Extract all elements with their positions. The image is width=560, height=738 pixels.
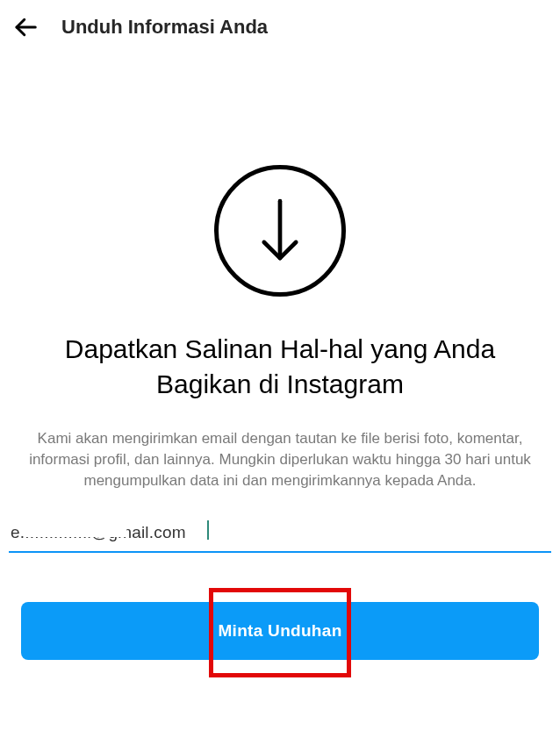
download-circle-icon [214, 165, 346, 297]
text-cursor [207, 520, 209, 540]
cta-wrap: Minta Unduhan [21, 602, 539, 660]
request-download-button[interactable]: Minta Unduhan [21, 602, 539, 660]
email-row [9, 518, 551, 553]
page-title: Unduh Informasi Anda [61, 16, 268, 39]
arrow-left-icon [12, 14, 39, 40]
redaction-overlay [26, 523, 126, 537]
arrow-down-icon [252, 197, 308, 265]
header: Unduh Informasi Anda [0, 0, 560, 51]
back-button[interactable] [11, 12, 40, 42]
main-heading: Dapatkan Salinan Hal-hal yang Anda Bagik… [16, 332, 544, 402]
main-description: Kami akan mengirimkan email dengan tauta… [9, 428, 551, 491]
content: Dapatkan Salinan Hal-hal yang Anda Bagik… [0, 165, 560, 660]
